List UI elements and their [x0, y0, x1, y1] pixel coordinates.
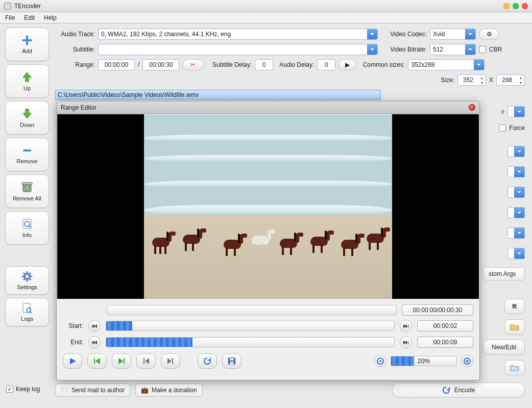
maximize-button[interactable]: [513, 3, 519, 9]
size-height-input[interactable]: ▲▼: [496, 74, 525, 86]
range-start-input[interactable]: 00:00:00: [98, 59, 135, 70]
play-preview-button[interactable]: ▶: [338, 59, 356, 70]
end-track[interactable]: [106, 337, 395, 347]
svg-line-18: [30, 312, 32, 313]
subtitle-delay-input[interactable]: 0: [255, 59, 273, 70]
end-jump-button[interactable]: ⏭: [400, 336, 412, 348]
subtitle-select[interactable]: [98, 44, 378, 55]
new-edit-button[interactable]: New/Edit: [483, 340, 525, 355]
size-label: Size:: [408, 76, 454, 84]
zoom-in-button[interactable]: [461, 355, 473, 367]
reload-button[interactable]: [198, 353, 217, 369]
video-preview[interactable]: [57, 114, 479, 299]
start-track[interactable]: [106, 321, 395, 331]
logs-icon: [21, 302, 33, 314]
tools-button[interactable]: 🛠: [504, 299, 525, 314]
hidden-select-4[interactable]: [507, 187, 525, 198]
menu-help[interactable]: Help: [44, 14, 57, 21]
zoom-out-icon: [377, 358, 384, 365]
gear-icon: [21, 271, 33, 282]
start-set-button[interactable]: ⏮: [88, 320, 101, 332]
skip-forward-icon: ⏭: [403, 339, 409, 346]
next-frame-button[interactable]: [161, 353, 180, 369]
force-checkbox[interactable]: [499, 124, 506, 132]
titlebar: TEncoder: [0, 0, 532, 12]
cbr-checkbox[interactable]: [479, 46, 486, 53]
hidden-select-6[interactable]: [507, 227, 525, 239]
range-end-input[interactable]: 00:00:30: [142, 59, 179, 70]
menu-file[interactable]: File: [5, 14, 15, 21]
folder-icon: [510, 364, 519, 371]
play-button[interactable]: [63, 353, 82, 369]
hidden-combo-1: e: [501, 106, 525, 117]
save-button[interactable]: [222, 353, 241, 369]
save-icon: [227, 356, 236, 366]
hidden-select-1[interactable]: [507, 106, 525, 117]
hidden-select-5[interactable]: [507, 207, 525, 218]
keep-log-row: ✔ Keep log: [6, 386, 40, 393]
svg-rect-21: [143, 358, 144, 364]
range-editor-titlebar[interactable]: Range Editor: [57, 101, 479, 114]
down-button[interactable]: Down: [5, 101, 49, 135]
range-cut-button[interactable]: ✂: [182, 59, 204, 70]
svg-rect-24: [230, 358, 234, 361]
zoom-value: 20%: [391, 356, 456, 366]
remove-button[interactable]: Remove: [5, 138, 49, 171]
prev-frame-button[interactable]: [136, 353, 156, 369]
audio-track-select[interactable]: 0, WMA2, 192 Kbps, 2 channels, 44.1 KHz,…: [98, 29, 378, 40]
window-title: TEncoder: [14, 3, 41, 10]
video-codec-select[interactable]: Xvid: [430, 29, 476, 40]
settings-button[interactable]: Settings: [5, 266, 49, 295]
step-back-icon: [93, 357, 101, 365]
refresh-icon: [442, 386, 450, 394]
hidden-select-3[interactable]: [507, 166, 525, 177]
app-icon: [4, 3, 11, 10]
donate-button[interactable]: 💼 Make a donation: [135, 384, 203, 397]
skip-back-icon: ⏮: [91, 322, 98, 329]
zoom-out-button[interactable]: [374, 355, 386, 367]
save-profile-button[interactable]: [504, 360, 525, 375]
step-forward-button[interactable]: [112, 353, 131, 369]
svg-rect-0: [23, 149, 31, 151]
video-bitrate-select[interactable]: 512: [430, 44, 476, 55]
step-back-button[interactable]: [87, 353, 107, 369]
keep-log-checkbox[interactable]: ✔: [6, 386, 13, 393]
codec-settings-button[interactable]: ⚙: [479, 29, 499, 40]
keep-log-label: Keep log: [16, 386, 40, 393]
send-mail-button[interactable]: ✉️ Send mail to author: [55, 384, 130, 397]
step-forward-icon: [117, 357, 126, 365]
info-button[interactable]: Info: [5, 211, 49, 245]
hidden-select-7[interactable]: [507, 248, 525, 259]
up-button[interactable]: Up: [5, 64, 49, 98]
remove-all-button[interactable]: Remove All: [5, 174, 49, 208]
common-sizes-select[interactable]: 352x288: [408, 59, 485, 70]
subtitle-label: Subtitle:: [55, 46, 95, 53]
menubar: File Edit Help: [0, 12, 532, 23]
skip-back-icon: ⏮: [91, 339, 98, 346]
size-width-input[interactable]: ▲▼: [457, 74, 486, 86]
arrow-down-icon: [21, 108, 33, 120]
audio-delay-input[interactable]: 0: [317, 59, 335, 70]
encode-button[interactable]: Encode: [392, 382, 525, 398]
svg-line-15: [23, 278, 25, 280]
reload-icon: [203, 356, 212, 366]
close-button[interactable]: [522, 3, 528, 9]
skip-forward-icon: ⏭: [403, 322, 409, 329]
logs-button[interactable]: Logs: [5, 298, 49, 326]
hidden-select-2[interactable]: [507, 146, 525, 157]
zoom-track[interactable]: 20%: [391, 356, 457, 366]
open-folder-button[interactable]: [504, 319, 525, 335]
custom-args-button[interactable]: stom Args: [483, 267, 525, 280]
start-jump-button[interactable]: ⏭: [400, 320, 412, 332]
menu-edit[interactable]: Edit: [24, 14, 35, 21]
range-close-button[interactable]: [469, 104, 475, 111]
mail-icon: ✉️: [61, 387, 68, 394]
range-label: Range:: [55, 61, 95, 68]
end-set-button[interactable]: ⏮: [88, 336, 101, 348]
position-track[interactable]: [107, 305, 397, 315]
minimize-button[interactable]: [503, 3, 510, 9]
file-list-item[interactable]: C:\Users\Public\Videos\Sample Videos\Wil…: [55, 90, 381, 100]
folder-open-icon: [510, 323, 519, 330]
gear-small-icon: ⚙: [487, 31, 492, 38]
add-button[interactable]: Add: [5, 28, 49, 61]
